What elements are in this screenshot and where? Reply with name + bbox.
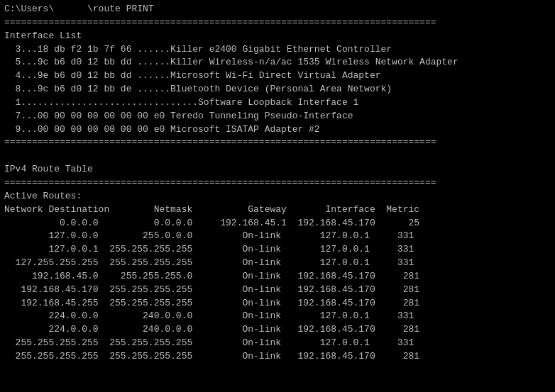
interface-list-heading: Interface List [4, 30, 551, 43]
route-row-5: 192.168.45.0 255.255.255.0 On-link 192.1… [4, 270, 551, 284]
route-row-8: 224.0.0.0 240.0.0.0 On-link 127.0.0.1 33… [4, 310, 551, 323]
route-row-2: 127.0.0.0 255.0.0.0 On-link 127.0.0.1 33… [4, 230, 551, 243]
route-row-7: 192.168.45.255 255.255.255.255 On-link 1… [4, 297, 551, 310]
column-headers: Network Destination Netmask Gateway Inte… [4, 203, 551, 217]
interface-item-2: 5...9c b6 d0 12 bb dd ......Killer Wirel… [4, 56, 551, 69]
interface-item-7: 9...00 00 00 00 00 00 00 e0 Microsoft IS… [4, 123, 551, 137]
interface-item-6: 7...00 00 00 00 00 00 00 e0 Teredo Tunne… [4, 110, 551, 123]
separator-2: ========================================… [4, 136, 551, 150]
route-row-11: 255.255.255.255 255.255.255.255 On-link … [4, 350, 551, 364]
terminal-window: C:\Users\ \route PRINT =================… [0, 0, 555, 392]
interface-item-3: 4...9e b6 d0 12 bb dd ......Microsoft Wi… [4, 69, 551, 83]
route-row-1: 0.0.0.0 0.0.0.0 192.168.45.1 192.168.45.… [4, 217, 551, 230]
ipv4-heading: IPv4 Route Table [4, 163, 551, 177]
title-bar: C:\Users\ \route PRINT [4, 3, 551, 16]
spacer-1 [4, 150, 551, 163]
route-row-9: 224.0.0.0 240.0.0.0 On-link 192.168.45.1… [4, 323, 551, 337]
interface-item-5: 1................................Softwar… [4, 96, 551, 110]
separator-3: ========================================… [4, 177, 551, 190]
active-routes-heading: Active Routes: [4, 190, 551, 203]
separator-top: ========================================… [4, 16, 551, 30]
route-row-6: 192.168.45.170 255.255.255.255 On-link 1… [4, 284, 551, 297]
route-row-4: 127.255.255.255 255.255.255.255 On-link … [4, 257, 551, 270]
interface-item-4: 8...9c b6 d0 12 bb de ......Bluetooth De… [4, 83, 551, 96]
route-row-3: 127.0.0.1 255.255.255.255 On-link 127.0.… [4, 243, 551, 257]
route-row-10: 255.255.255.255 255.255.255.255 On-link … [4, 337, 551, 350]
interface-item-1: 3...18 db f2 1b 7f 66 ......Killer e2400… [4, 43, 551, 57]
